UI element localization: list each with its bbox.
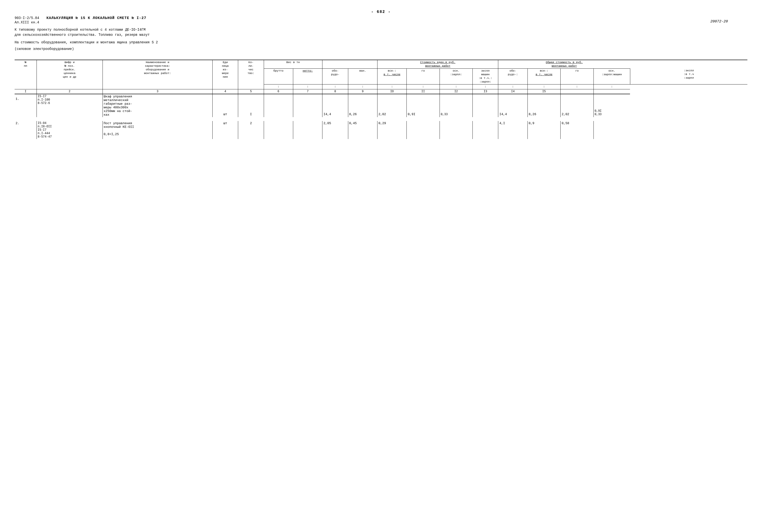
row2-unit: шт — [212, 121, 238, 139]
col-num-17 — [593, 89, 630, 94]
header-total-vse: все-:в т. числе — [527, 68, 560, 84]
header-total-unit: Общая стоимость в руб.монтажных работ — [498, 60, 630, 68]
row2-total-van: 0,9 — [527, 121, 560, 139]
col-num-8: 8 — [323, 89, 348, 94]
header-cost-vse: все-:в т. числе — [377, 68, 407, 84]
row1-cost-osn: 0,9I — [407, 94, 439, 117]
header-dot5: : — [377, 84, 407, 89]
row2-wt-gross — [264, 121, 293, 139]
header-dot12: : — [593, 84, 630, 89]
row2-cost-go: 0,29 — [377, 121, 407, 139]
header-cost-label — [323, 60, 377, 68]
row1-cost-go: 2,02 — [377, 94, 407, 117]
row1-wt-net — [293, 94, 322, 117]
header-dot11: : — [561, 84, 593, 89]
row2-cost-eksp — [439, 121, 473, 139]
row2-code: I5-04п.I8-OIII5-I7п.I-4448-574-47 — [37, 121, 103, 139]
doc-number: 20072-20 — [710, 20, 728, 24]
row2-num: 2. — [15, 121, 37, 139]
header-dot10: : — [527, 84, 560, 89]
row1-total-go: 2,02 — [561, 94, 593, 117]
header-cost-osn: осн.:зарпл: — [439, 68, 473, 84]
row1-qty: I — [238, 94, 264, 117]
doc-ref-line1: 903-I-2/5.84 — [15, 16, 39, 20]
subtitle-1: К типовому проекту полносборной котельно… — [15, 27, 747, 38]
col-num-4: 4 — [212, 89, 238, 94]
row1-total-eksp: 0,9I0,33 — [593, 94, 630, 117]
row1-total-obor-col — [473, 94, 498, 117]
header-unit: Единицаиз-мерения — [212, 60, 238, 89]
header-total-osn: осн.:зарпл:машин — [593, 68, 630, 84]
header-num: №пп — [15, 60, 37, 89]
col-num-6: 6 — [264, 89, 293, 94]
page-number: - 682 - — [15, 10, 747, 14]
header-name: Наименование ихарактеристика:оборудовани… — [103, 60, 212, 89]
row1-total-van: 8,26 — [527, 94, 560, 117]
row1-code: I5-I7п.I-1008-572-6 — [37, 94, 103, 117]
header-cost-unit: Стоимость един.в руб.монтажных работ — [377, 60, 498, 68]
col-num-3: 3 — [103, 89, 212, 94]
header-total-eksp: :экспл:в т.ч:зарпл — [630, 68, 747, 84]
col-num-13: I3 — [473, 89, 498, 94]
row2-name: Пост управлениякнопочный КЕ-OII0,8+I,25 — [103, 121, 212, 139]
header-qty: Ко-ли-чество: — [238, 60, 264, 89]
header-dot6: : — [407, 84, 439, 89]
row1-cost-van: 8,26 — [348, 94, 377, 117]
header-code: Шифр и№ поз.прейск.ценникацен и др — [37, 60, 103, 89]
header-cost-go: го — [407, 68, 439, 84]
header-dot2: : — [293, 84, 322, 89]
col-num-15: I5 — [527, 89, 560, 94]
table-row: 2. I5-04п.I8-OIII5-I7п.I-4448-574-47 Пос… — [15, 121, 747, 139]
subtitle-3: (силовое электрооборудование) — [15, 47, 747, 51]
row1-wt-gross — [264, 94, 293, 117]
header-wt-gross: брутто — [264, 68, 293, 84]
col-num-5: 5 — [238, 89, 264, 94]
row1-cost-obor: I4,4 — [323, 94, 348, 117]
header-total-go: го — [561, 68, 593, 84]
row1-num: 1. — [15, 94, 37, 117]
header-dot4: : — [348, 84, 377, 89]
col-num-12: I2 — [439, 89, 473, 94]
row1-name: Шкаф управленияметаллическийгабаритные р… — [103, 94, 212, 117]
col-num-11: II — [407, 89, 439, 94]
row2-cost-osn — [407, 121, 439, 139]
header-dot9: : — [498, 84, 527, 89]
col-num-10: IO — [377, 89, 407, 94]
header-van-label: ван. — [348, 68, 377, 84]
header-dot1: : — [264, 84, 293, 89]
header-weight: Вес в тн — [264, 60, 323, 68]
row2-total-go: 0,58 — [561, 121, 593, 139]
row2-total-obor: 4,I — [498, 121, 527, 139]
header-dot7: : — [439, 84, 473, 89]
header-dot3: : — [323, 84, 348, 89]
col-num-2: 2 — [37, 89, 103, 94]
table-row: 1. I5-I7п.I-1008-572-6 Шкаф управленияме… — [15, 94, 747, 117]
header-wt-net: нетто: — [293, 68, 322, 84]
row1-total-obor: I4,4 — [498, 94, 527, 117]
col-num-7: 7 — [293, 89, 322, 94]
row2-total-eksp — [593, 121, 630, 139]
col-num-9: 9 — [348, 89, 377, 94]
row1-cost-eksp: 0,33 — [439, 94, 473, 117]
row2-wt-net — [293, 121, 322, 139]
col-num-14: I4 — [498, 89, 527, 94]
subtitle-2: На стоимость оборудования, комплектации … — [15, 40, 747, 45]
row2-qty: 2 — [238, 121, 264, 139]
header-cost-eksp: эксплмашин:в т.ч.::зарпл: — [473, 68, 498, 84]
header-obor: обо-рудо- — [323, 68, 348, 84]
col-num-16 — [561, 89, 593, 94]
header-dot8: : — [473, 84, 498, 89]
page-title: КАЛЬКУЛЯЦИЯ № 15 К ЛОКАЛЬНОЙ СМЕТЕ № I-2… — [46, 16, 146, 20]
row2-total-obor-col — [473, 121, 498, 139]
row2-cost-van: 0,45 — [348, 121, 377, 139]
separator-row — [15, 117, 747, 121]
header-total-obor: обо-рудо-: — [498, 68, 527, 84]
doc-ref-line2: Ал.XIII кн.4 — [15, 21, 39, 24]
col-num-1: I — [15, 89, 37, 94]
row1-unit: шт — [212, 94, 238, 117]
row2-cost-obor: 2,05 — [323, 121, 348, 139]
